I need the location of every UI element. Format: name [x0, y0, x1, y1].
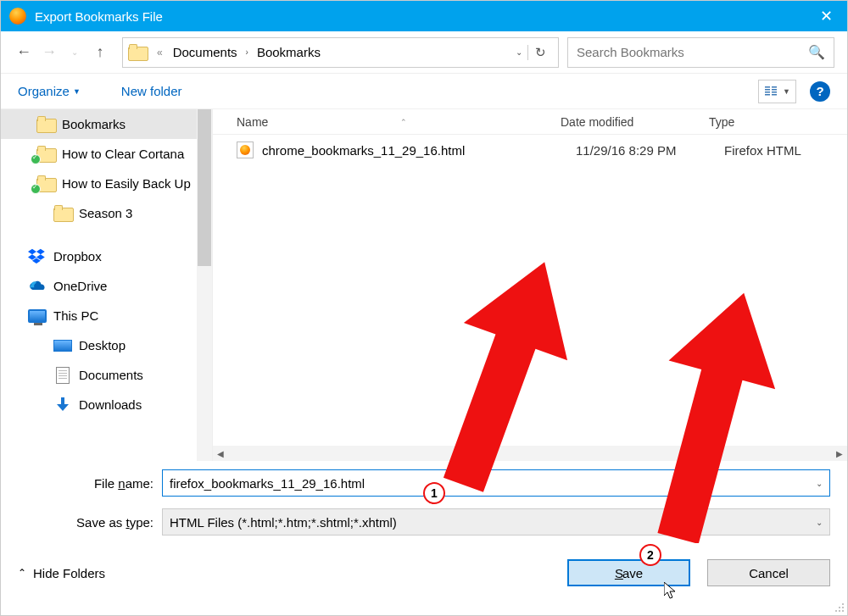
desktop-icon [53, 337, 72, 354]
filename-label: File name: [18, 476, 162, 491]
file-list: Name ⌃ Date modified Type chrome_bookmar… [213, 109, 847, 461]
window-title: Export Bookmarks File [35, 9, 163, 24]
downloads-icon [53, 397, 72, 413]
tree-item-documents[interactable]: Documents [1, 360, 212, 390]
view-button[interactable]: ▼ [758, 80, 796, 103]
column-type[interactable]: Type [709, 115, 847, 129]
breadcrumb-separator-icon: › [246, 47, 248, 57]
organize-menu[interactable]: Organize ▼ [18, 84, 81, 98]
tree-item-label: Season 3 [79, 206, 132, 220]
main-area: BookmarksHow to Clear CortanaHow to Easi… [1, 109, 847, 461]
file-type: Firefox HTML [724, 143, 847, 158]
onedrive-icon [28, 278, 47, 295]
folder-icon [128, 44, 147, 61]
cursor-icon [664, 582, 679, 604]
tree-item-dropbox[interactable]: Dropbox [1, 241, 212, 271]
dropdown-icon: ▼ [783, 87, 790, 96]
file-row[interactable]: chrome_bookmarks_11_29_16.html11/29/16 8… [213, 135, 847, 165]
forward-button[interactable]: → [39, 42, 59, 63]
svg-rect-1 [765, 89, 770, 91]
hide-folders-button[interactable]: ⌃ Hide Folders [18, 566, 105, 580]
savetype-value: HTML Files (*.html;*.htm;*.shtml;*.xhtml… [170, 515, 811, 530]
column-date[interactable]: Date modified [561, 115, 709, 129]
tree-scrollbar-thumb[interactable] [198, 109, 211, 266]
breadcrumb-bookmarks[interactable]: Bookmarks [257, 45, 321, 59]
tree-item-how-to-easily-back-up[interactable]: How to Easily Back Up [1, 169, 212, 198]
cancel-button[interactable]: Cancel [707, 559, 830, 586]
scroll-track[interactable] [228, 446, 832, 461]
dropdown-icon: ▼ [73, 87, 81, 96]
tree-item-label: Bookmarks [62, 117, 126, 131]
breadcrumb-documents[interactable]: Documents [173, 45, 237, 59]
html-file-icon [237, 142, 254, 158]
search-input[interactable] [577, 45, 808, 59]
svg-rect-4 [772, 86, 777, 88]
tree-item-label: Documents [79, 368, 143, 382]
dropdown-icon[interactable]: ⌄ [816, 479, 823, 488]
column-name[interactable]: Name ⌃ [213, 115, 561, 129]
tree-item-label: This PC [53, 308, 98, 323]
tree-scrollbar[interactable] [197, 109, 212, 461]
savetype-combo[interactable]: HTML Files (*.html;*.htm;*.shtml;*.xhtml… [162, 508, 830, 536]
savetype-label: Save as type: [18, 515, 162, 530]
organize-label: Organize [18, 84, 70, 98]
file-date: 11/29/16 8:29 PM [576, 143, 724, 158]
help-button[interactable]: ? [810, 81, 830, 102]
svg-rect-0 [765, 86, 770, 88]
svg-rect-2 [765, 92, 770, 93]
button-row: ⌃ Hide Folders Save Cancel [1, 547, 847, 598]
tree-item-bookmarks[interactable]: Bookmarks [1, 109, 212, 139]
command-bar: Organize ▼ New folder ▼ ? [1, 74, 847, 109]
dropbox-icon [28, 248, 47, 265]
refresh-button[interactable]: ↻ [527, 45, 553, 60]
breadcrumb-dropdown-icon[interactable]: ⌄ [516, 47, 522, 57]
resize-grip-icon[interactable] [834, 602, 844, 612]
firefox-icon [9, 8, 26, 25]
sort-ascending-icon: ⌃ [400, 118, 407, 126]
svg-rect-6 [772, 92, 777, 93]
tree-item-downloads[interactable]: Downloads [1, 390, 212, 419]
tree-item-how-to-clear-cortana[interactable]: How to Clear Cortana [1, 139, 212, 169]
nav-toolbar: ← → ⌄ ↑ « Documents › Bookmarks ⌄ ↻ 🔍 [1, 31, 847, 74]
hide-folders-label: Hide Folders [33, 566, 105, 580]
svg-rect-7 [772, 94, 777, 96]
svg-rect-5 [772, 89, 777, 91]
pc-icon [28, 308, 47, 325]
filename-combo[interactable]: ⌄ [162, 469, 830, 497]
up-button[interactable]: ↑ [90, 42, 110, 63]
tree-item-season-3[interactable]: Season 3 [1, 198, 212, 228]
column-name-label: Name [237, 115, 268, 129]
file-name: chrome_bookmarks_11_29_16.html [262, 143, 576, 158]
file-items[interactable]: chrome_bookmarks_11_29_16.html11/29/16 8… [213, 135, 847, 446]
sync-badge-icon [31, 184, 41, 194]
breadcrumb[interactable]: « Documents › Bookmarks [152, 45, 516, 59]
tree-item-desktop[interactable]: Desktop [1, 330, 212, 360]
titlebar: Export Bookmarks File ✕ [1, 1, 847, 31]
tree-item-label: Downloads [79, 397, 142, 412]
save-panel: File name: ⌄ Save as type: HTML Files (*… [1, 461, 847, 536]
chevron-up-icon: ⌃ [18, 567, 26, 579]
folder-icon [36, 116, 55, 133]
history-dropdown[interactable]: ⌄ [64, 42, 85, 63]
search-box[interactable]: 🔍 [567, 37, 834, 68]
scroll-right-icon[interactable]: ▶ [832, 446, 847, 461]
folder-icon [53, 205, 72, 222]
filename-input[interactable] [170, 476, 811, 491]
tree-item-onedrive[interactable]: OneDrive [1, 271, 212, 301]
documents-icon [53, 367, 72, 384]
scroll-left-icon[interactable]: ◀ [213, 446, 228, 461]
close-button[interactable]: ✕ [805, 1, 847, 31]
search-icon[interactable]: 🔍 [808, 44, 825, 60]
horizontal-scrollbar[interactable]: ◀ ▶ [213, 446, 847, 461]
tree-spacer [1, 228, 212, 241]
dropdown-icon[interactable]: ⌄ [816, 518, 823, 527]
address-bar[interactable]: « Documents › Bookmarks ⌄ ↻ [122, 37, 559, 68]
new-folder-button[interactable]: New folder [121, 84, 182, 98]
column-headers[interactable]: Name ⌃ Date modified Type [213, 109, 847, 135]
tree-item-this-pc[interactable]: This PC [1, 301, 212, 330]
back-button[interactable]: ← [14, 42, 34, 63]
tree-item-label: How to Clear Cortana [62, 147, 184, 161]
svg-rect-3 [765, 94, 770, 96]
nav-tree[interactable]: BookmarksHow to Clear CortanaHow to Easi… [1, 109, 213, 461]
tree-item-label: Dropbox [53, 249, 102, 264]
